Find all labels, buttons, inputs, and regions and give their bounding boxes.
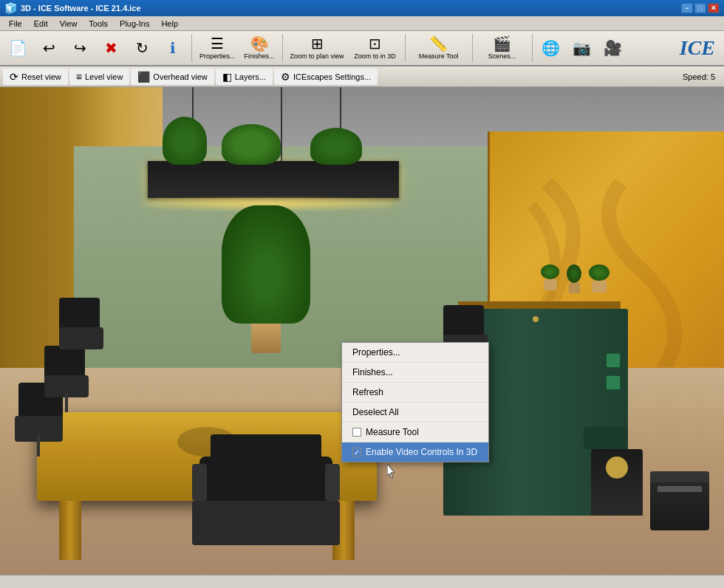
printer xyxy=(650,471,709,530)
status-bar xyxy=(0,575,724,588)
properties-icon: ☰ xyxy=(211,36,224,51)
ice-settings-icon: ⚙ xyxy=(281,71,290,83)
menu-help[interactable]: Help xyxy=(155,18,184,30)
chrome-button[interactable]: 🌐 xyxy=(536,33,566,64)
ctx-refresh-label: Refresh xyxy=(352,387,383,397)
separator-4 xyxy=(472,34,473,62)
undo-button[interactable]: ↩ xyxy=(34,33,64,64)
app-icon: 🧊 xyxy=(4,2,17,14)
layers-label: Layers... xyxy=(235,72,266,81)
ctx-deselect-all-label: Deselect All xyxy=(352,407,399,417)
chair-front xyxy=(192,434,340,545)
light-cable-2 xyxy=(281,87,282,161)
ctx-finishes[interactable]: Finishes... xyxy=(342,363,488,383)
table-leg-1 xyxy=(59,501,81,560)
maximize-button[interactable]: □ xyxy=(694,3,706,13)
undo-icon: ↩ xyxy=(43,41,55,55)
overhead-view-icon: ⬛ xyxy=(137,71,150,83)
ctx-measure-tool-checkbox xyxy=(352,428,361,437)
ctx-finishes-label: Finishes... xyxy=(352,367,393,377)
ctx-measure-tool[interactable]: Measure Tool xyxy=(342,423,488,442)
ctx-measure-tool-label: Measure Tool xyxy=(366,427,419,437)
menu-file[interactable]: File xyxy=(3,18,28,30)
delete-icon: ✖ xyxy=(105,41,117,55)
3d-viewport[interactable]: Properties... Finishes... Refresh Desele… xyxy=(0,87,724,575)
zoom-3d-icon: ⊡ xyxy=(369,36,381,51)
level-view-button[interactable]: ≡ Level view xyxy=(69,69,130,85)
cam2-icon: 🎥 xyxy=(604,41,622,55)
zoom-plan-label: Zoom to plan view xyxy=(290,52,344,60)
speed-value: 5 xyxy=(711,72,715,81)
minimize-button[interactable]: − xyxy=(681,3,693,13)
properties-label: Properties... xyxy=(199,52,236,60)
overhead-view-label: Overhead view xyxy=(153,72,207,81)
main-toolbar: 📄 ↩ ↪ ✖ ↻ ℹ ☰ Properties... 🎨 Finishes..… xyxy=(0,31,724,66)
light-fixture xyxy=(133,87,414,205)
delete-button[interactable]: ✖ xyxy=(96,33,126,64)
reset-view-icon: ⟳ xyxy=(10,71,18,83)
ctx-enable-video-checkbox: ✓ xyxy=(352,448,361,457)
layers-button[interactable]: ◧ Layers... xyxy=(216,69,273,85)
menu-plugins[interactable]: Plug-Ins xyxy=(114,18,155,30)
level-view-icon: ≡ xyxy=(76,71,82,83)
scenes-icon: 🎬 xyxy=(493,36,511,51)
separator-2 xyxy=(282,34,283,62)
measure-icon: 📏 xyxy=(429,36,448,51)
separator-5 xyxy=(532,34,533,62)
redo-button[interactable]: ↪ xyxy=(65,33,95,64)
coffee-machine xyxy=(584,427,650,516)
layers-icon: ◧ xyxy=(222,71,232,83)
ctx-properties[interactable]: Properties... xyxy=(342,343,488,363)
finishes-label: Finishes... xyxy=(245,52,275,60)
new-icon: 📄 xyxy=(9,41,27,55)
separator-3 xyxy=(405,34,406,62)
ctx-deselect-all[interactable]: Deselect All xyxy=(342,403,488,423)
context-menu[interactable]: Properties... Finishes... Refresh Desele… xyxy=(341,342,489,462)
zoom-3d-button[interactable]: ⊡ Zoom to in 3D xyxy=(349,33,401,64)
scenes-label: Scenes... xyxy=(488,52,516,60)
overhead-view-button[interactable]: ⬛ Overhead view xyxy=(131,69,214,85)
properties-button[interactable]: ☰ Properties... xyxy=(196,33,239,64)
info-button[interactable]: ℹ xyxy=(158,33,188,64)
chrome-icon: 🌐 xyxy=(542,41,560,55)
light-panel xyxy=(148,161,399,198)
redo-icon: ↪ xyxy=(74,41,86,55)
ctx-enable-video[interactable]: ✓ Enable Video Controls In 3D xyxy=(342,442,488,462)
ctx-refresh[interactable]: Refresh xyxy=(342,383,488,403)
ice-settings-button[interactable]: ⚙ ICEscapes Settings... xyxy=(274,69,378,85)
measure-label: Measure Tool xyxy=(419,52,459,60)
cam2-button[interactable]: 🎥 xyxy=(598,33,628,64)
ice-settings-label: ICEscapes Settings... xyxy=(293,72,371,81)
ctx-enable-video-label: Enable Video Controls In 3D xyxy=(366,447,477,457)
separator-1 xyxy=(191,34,192,62)
title-bar-text: 3D - ICE Software - ICE 21.4.ice xyxy=(21,4,141,13)
finishes-button[interactable]: 🎨 Finishes... xyxy=(241,33,279,64)
measure-tool-button[interactable]: 📏 Measure Tool xyxy=(409,33,468,64)
zoom-plan-icon: ⊞ xyxy=(311,36,324,51)
cam1-button[interactable]: 📷 xyxy=(567,33,597,64)
zoom-plan-button[interactable]: ⊞ Zoom to plan view xyxy=(287,33,348,64)
menu-bar: File Edit View Tools Plug-Ins Help xyxy=(0,16,724,31)
zoom-3d-label: Zoom to in 3D xyxy=(354,52,396,60)
title-bar-controls[interactable]: − □ ✕ xyxy=(681,3,720,13)
cam1-icon: 📷 xyxy=(573,41,591,55)
plant-light-1 xyxy=(163,117,207,165)
title-bar-left: 🧊 3D - ICE Software - ICE 21.4.ice xyxy=(4,2,141,14)
menu-tools[interactable]: Tools xyxy=(83,18,114,30)
ice-logo: ICE xyxy=(680,36,721,60)
menu-view[interactable]: View xyxy=(54,18,83,30)
menu-edit[interactable]: Edit xyxy=(28,18,54,30)
chair-3 xyxy=(59,298,103,360)
title-bar: 🧊 3D - ICE Software - ICE 21.4.ice − □ ✕ xyxy=(0,0,724,16)
refresh-toolbar-button[interactable]: ↻ xyxy=(127,33,157,64)
large-plant xyxy=(222,205,310,353)
level-view-label: Level view xyxy=(85,72,123,81)
ctx-properties-label: Properties... xyxy=(352,347,400,358)
finishes-icon: 🎨 xyxy=(250,36,269,51)
secondary-toolbar: ⟳ Reset view ≡ Level view ⬛ Overhead vie… xyxy=(0,66,724,87)
reset-view-button[interactable]: ⟳ Reset view xyxy=(3,69,68,85)
shelf-plants xyxy=(541,264,609,293)
scenes-button[interactable]: 🎬 Scenes... xyxy=(477,33,528,64)
new-button[interactable]: 📄 xyxy=(3,33,33,64)
close-button[interactable]: ✕ xyxy=(708,3,720,13)
